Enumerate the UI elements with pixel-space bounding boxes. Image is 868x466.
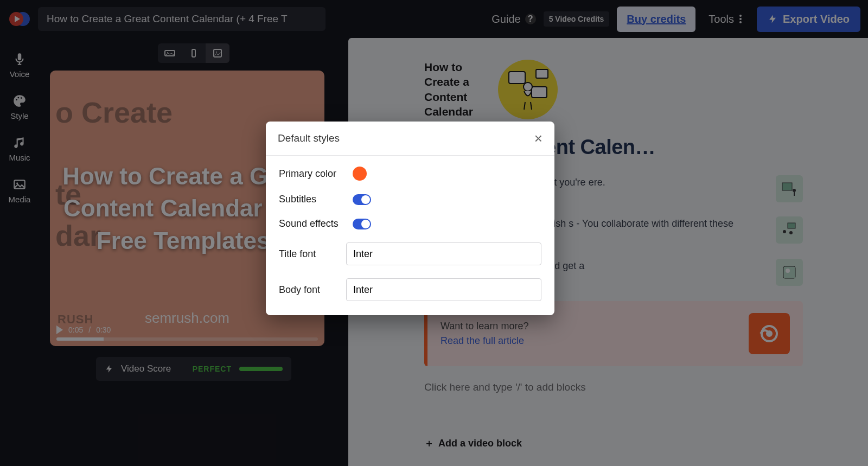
add-video-block-button[interactable]: ＋ Add a video block [424,437,522,450]
sidebar-item-voice[interactable]: Voice [0,44,39,86]
svg-rect-27 [783,266,795,278]
left-sidebar: Voice Style Music Media [0,38,39,466]
hero-title: How to Create a Content Calendar [424,60,495,119]
sfx-label: Sound effects [279,218,340,229]
tools-menu-button[interactable]: Tools [703,9,749,30]
svg-rect-3 [18,53,22,60]
svg-rect-11 [165,50,175,56]
title-font-label: Title font [279,248,333,260]
mic-icon [12,52,27,66]
music-icon [12,136,27,150]
svg-rect-24 [788,223,795,228]
export-video-button[interactable]: Export Video [757,7,860,32]
credits-badge: 5 Video Credits [544,11,610,27]
svg-point-28 [786,269,790,273]
subtitles-row: Subtitles [279,194,541,205]
score-track [239,367,283,371]
video-score-bar[interactable]: Video Score PERFECT [96,357,291,381]
sidebar-item-label: Style [10,111,28,120]
preview-corner-brand: RUSH [58,312,93,327]
layout-square-button[interactable] [206,43,229,63]
cta-text: Want to learn more? Read the full articl… [441,321,739,347]
score-rating: PERFECT [193,365,232,373]
topbar: Guide ? 5 Video Credits Buy credits Tool… [0,0,868,38]
tools-label: Tools [709,13,734,25]
svg-point-25 [783,230,786,233]
list-item-thumb [776,175,803,202]
add-block-hint[interactable]: Click here and type '/' to add blocks [424,381,803,393]
svg-rect-18 [532,87,547,98]
time-total: 0:30 [96,325,111,334]
menu-dots-icon [739,18,742,20]
hero-block[interactable]: How to Create a Content Calendar [424,60,803,119]
progress-fill [56,337,104,341]
hero-illustration [498,60,558,119]
sidebar-item-label: Media [9,195,31,204]
modal-close-button[interactable]: × [534,131,542,145]
app-logo[interactable] [8,8,30,30]
primary-color-row: Primary color [279,167,541,181]
list-item-thumb [776,259,803,286]
buy-credits-button[interactable]: Buy credits [617,7,695,32]
modal-body: Primary color Subtitles Sound effects Ti… [266,156,554,315]
guide-label: Guide [492,13,520,25]
svg-point-22 [793,189,796,192]
primary-color-swatch[interactable] [353,167,367,181]
svg-point-26 [789,231,793,234]
svg-point-8 [21,97,22,99]
cta-line1: Want to learn more? [441,321,739,332]
play-icon[interactable] [56,325,63,334]
svg-rect-9 [14,180,25,188]
body-font-label: Body font [279,284,333,296]
cta-link[interactable]: Read the full article [441,335,739,347]
bolt-icon [768,14,777,24]
sidebar-item-style[interactable]: Style [0,86,39,128]
sidebar-item-music[interactable]: Music [0,128,39,170]
modal-title: Default styles [278,132,340,144]
title-font-row: Title font [279,242,541,265]
svg-point-15 [216,52,217,53]
subtitles-toggle[interactable] [353,194,371,205]
svg-rect-17 [509,72,525,84]
preview-controls: 0:05 / 0:30 [50,325,324,341]
primary-color-label: Primary color [279,168,340,180]
layout-switch-group [158,43,229,63]
svg-rect-13 [192,49,195,57]
svg-point-7 [17,97,19,99]
svg-point-20 [524,82,532,91]
sfx-toggle[interactable] [353,219,371,229]
export-label: Export Video [783,13,850,25]
sidebar-item-label: Music [9,153,30,162]
subtitles-label: Subtitles [279,194,340,205]
score-label: Video Score [121,363,171,374]
bolt-icon [105,365,113,373]
progress-track[interactable] [56,337,318,341]
list-item-thumb [776,216,803,244]
layout-portrait-button[interactable] [182,43,206,63]
sidebar-item-media[interactable]: Media [0,170,39,212]
help-icon: ? [525,14,536,24]
default-styles-modal: Default styles × Primary color Subtitles… [266,122,554,315]
title-font-input[interactable] [346,242,541,265]
sound-effects-row: Sound effects [279,218,541,229]
media-icon [12,177,27,191]
plus-icon: ＋ [424,437,434,450]
sidebar-item-label: Voice [10,69,30,79]
cta-brand-icon [749,313,790,354]
body-font-row: Body font [279,278,541,301]
modal-header: Default styles × [266,122,554,156]
svg-rect-19 [536,69,548,78]
time-current: 0:05 [68,325,83,334]
project-title-input[interactable] [38,7,326,31]
guide-link[interactable]: Guide ? [492,13,535,25]
add-block-label: Add a video block [438,438,522,449]
preview-watermark: semrush.com [145,310,229,327]
layout-landscape-button[interactable] [158,43,182,63]
svg-rect-21 [782,183,792,190]
body-font-input[interactable] [346,278,541,301]
svg-point-6 [16,99,17,100]
palette-icon [12,94,27,108]
